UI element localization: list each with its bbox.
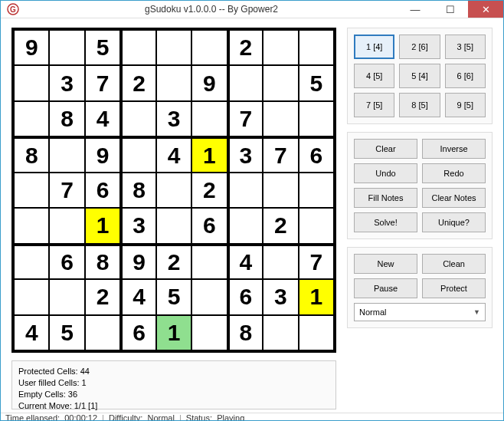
cell-4-7[interactable] — [263, 173, 298, 208]
cell-0-2[interactable]: 5 — [85, 30, 120, 65]
cell-2-5[interactable] — [191, 101, 227, 136]
clear-button[interactable]: Clear — [354, 139, 417, 159]
cell-1-7[interactable] — [263, 65, 298, 100]
cell-7-6[interactable]: 6 — [227, 279, 263, 314]
cell-2-4[interactable]: 3 — [156, 101, 191, 136]
numpad-6[interactable]: 6 [6] — [445, 64, 486, 88]
cell-0-6[interactable]: 2 — [227, 30, 263, 65]
cell-5-6[interactable] — [227, 208, 263, 243]
cell-5-3[interactable]: 3 — [120, 208, 155, 243]
cell-1-1[interactable]: 3 — [49, 65, 84, 100]
cell-8-5[interactable] — [191, 315, 227, 350]
numpad-4[interactable]: 4 [5] — [354, 64, 394, 88]
solve-button[interactable]: Solve! — [354, 212, 417, 232]
cell-2-0[interactable] — [14, 101, 49, 136]
redo-button[interactable]: Redo — [422, 163, 486, 183]
cell-4-3[interactable]: 8 — [120, 173, 155, 208]
cell-1-4[interactable] — [156, 65, 191, 100]
cell-2-2[interactable]: 4 — [85, 101, 120, 136]
cell-7-5[interactable] — [191, 279, 227, 314]
numpad-2[interactable]: 2 [6] — [399, 35, 440, 59]
cell-3-8[interactable]: 6 — [299, 136, 334, 172]
cell-7-7[interactable]: 3 — [263, 279, 298, 314]
fillnotes-button[interactable]: Fill Notes — [354, 188, 417, 208]
difficulty-dropdown[interactable]: Normal ▼ — [354, 303, 486, 321]
numpad-7[interactable]: 7 [5] — [354, 93, 394, 117]
numpad-5[interactable]: 5 [4] — [399, 64, 440, 88]
cell-8-7[interactable] — [263, 315, 298, 350]
cell-5-2[interactable]: 1 — [85, 208, 120, 243]
cell-2-3[interactable] — [120, 101, 155, 136]
cell-2-7[interactable] — [263, 101, 298, 136]
cell-5-1[interactable] — [49, 208, 84, 243]
cell-1-6[interactable] — [227, 65, 263, 100]
cell-3-6[interactable]: 3 — [227, 136, 263, 172]
cell-4-1[interactable]: 7 — [49, 173, 84, 208]
cell-8-4[interactable]: 1 — [156, 315, 191, 350]
cell-6-4[interactable]: 2 — [156, 244, 191, 279]
cell-3-3[interactable] — [120, 136, 155, 172]
clearnotes-button[interactable]: Clear Notes — [422, 188, 486, 208]
numpad-3[interactable]: 3 [5] — [445, 35, 486, 59]
undo-button[interactable]: Undo — [354, 163, 417, 183]
cell-0-8[interactable] — [299, 30, 334, 65]
pause-button[interactable]: Pause — [354, 278, 417, 298]
cell-7-1[interactable] — [49, 279, 84, 314]
cell-4-5[interactable]: 2 — [191, 173, 227, 208]
cell-1-5[interactable]: 9 — [191, 65, 227, 100]
cell-7-8[interactable]: 1 — [299, 279, 334, 314]
cell-5-0[interactable] — [14, 208, 49, 243]
cell-6-0[interactable] — [14, 244, 49, 279]
cell-7-4[interactable]: 5 — [156, 279, 191, 314]
cell-4-4[interactable] — [156, 173, 191, 208]
close-button[interactable]: ✕ — [468, 1, 503, 18]
numpad-9[interactable]: 9 [5] — [445, 93, 486, 117]
cell-2-8[interactable] — [299, 101, 334, 136]
cell-1-8[interactable]: 5 — [299, 65, 334, 100]
numpad-1[interactable]: 1 [4] — [354, 35, 394, 59]
cell-1-3[interactable]: 2 — [120, 65, 155, 100]
cell-8-0[interactable]: 4 — [14, 315, 49, 350]
cell-0-7[interactable] — [263, 30, 298, 65]
cell-5-7[interactable]: 2 — [263, 208, 298, 243]
cell-3-0[interactable]: 8 — [14, 136, 49, 172]
cell-4-0[interactable] — [14, 173, 49, 208]
cell-4-6[interactable] — [227, 173, 263, 208]
cell-6-7[interactable] — [263, 244, 298, 279]
cell-0-0[interactable]: 9 — [14, 30, 49, 65]
cell-2-1[interactable]: 8 — [49, 101, 84, 136]
cell-6-1[interactable]: 6 — [49, 244, 84, 279]
clean-button[interactable]: Clean — [422, 254, 486, 274]
cell-1-0[interactable] — [14, 65, 49, 100]
cell-7-3[interactable]: 4 — [120, 279, 155, 314]
cell-8-6[interactable]: 8 — [227, 315, 263, 350]
cell-8-1[interactable]: 5 — [49, 315, 84, 350]
cell-3-4[interactable]: 4 — [156, 136, 191, 172]
cell-0-1[interactable] — [49, 30, 84, 65]
cell-3-5[interactable]: 1 — [191, 136, 227, 172]
cell-0-3[interactable] — [120, 30, 155, 65]
cell-4-8[interactable] — [299, 173, 334, 208]
cell-5-4[interactable] — [156, 208, 191, 243]
cell-7-0[interactable] — [14, 279, 49, 314]
protect-button[interactable]: Protect — [422, 278, 486, 298]
cell-6-8[interactable]: 7 — [299, 244, 334, 279]
cell-6-2[interactable]: 8 — [85, 244, 120, 279]
cell-0-4[interactable] — [156, 30, 191, 65]
cell-5-8[interactable] — [299, 208, 334, 243]
cell-3-1[interactable] — [49, 136, 84, 172]
numpad-8[interactable]: 8 [5] — [399, 93, 440, 117]
cell-8-3[interactable]: 6 — [120, 315, 155, 350]
cell-4-2[interactable]: 6 — [85, 173, 120, 208]
cell-3-7[interactable]: 7 — [263, 136, 298, 172]
cell-1-2[interactable]: 7 — [85, 65, 120, 100]
inverse-button[interactable]: Inverse — [422, 139, 486, 159]
cell-8-8[interactable] — [299, 315, 334, 350]
cell-0-5[interactable] — [191, 30, 227, 65]
cell-7-2[interactable]: 2 — [85, 279, 120, 314]
unique-button[interactable]: Unique? — [422, 212, 486, 232]
maximize-button[interactable]: ☐ — [433, 1, 468, 18]
cell-6-5[interactable] — [191, 244, 227, 279]
cell-6-3[interactable]: 9 — [120, 244, 155, 279]
cell-2-6[interactable]: 7 — [227, 101, 263, 136]
